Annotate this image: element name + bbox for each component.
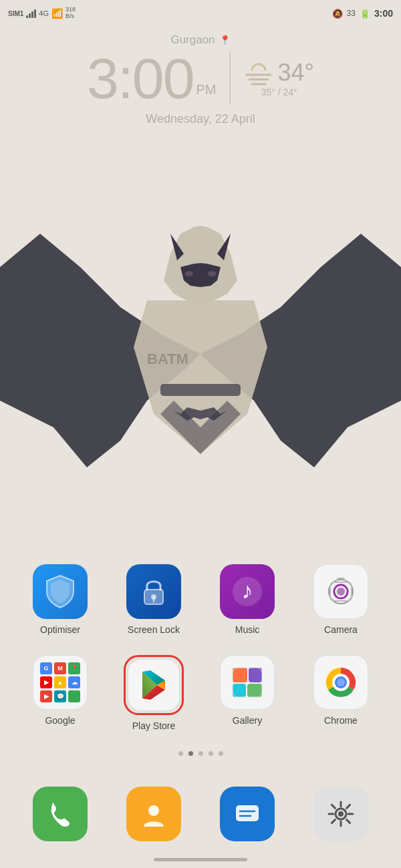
- chrome-svg: [323, 665, 358, 700]
- music-icon[interactable]: ♪: [220, 564, 275, 619]
- svg-point-5: [208, 271, 216, 276]
- svg-rect-23: [247, 684, 262, 697]
- optimiser-label: Optimiser: [40, 624, 80, 635]
- network-type: 4G: [39, 9, 49, 17]
- wifi-icon: 📶: [51, 8, 63, 19]
- location-name: Gurgaon: [170, 33, 215, 47]
- dock-item-messages[interactable]: [220, 787, 275, 841]
- dock-item-phone[interactable]: [33, 787, 88, 841]
- app-item-gallery[interactable]: Gallery: [211, 655, 284, 731]
- svg-point-30: [148, 805, 159, 816]
- time-weather-row: 3:00 PM 34° 35° / 24°: [87, 49, 314, 107]
- status-left: SIM1 4G 📶 318B/s: [8, 7, 76, 20]
- clock-section: Gurgaon 📍 3:00 PM 34° 35° / 24°: [0, 33, 401, 126]
- play-store-label: Play Store: [132, 720, 176, 731]
- svg-text:BATM: BATM: [147, 351, 188, 367]
- svg-rect-20: [233, 668, 247, 682]
- camera-label: Camera: [324, 624, 358, 635]
- settings-icon[interactable]: [313, 787, 368, 841]
- google-label: Google: [45, 715, 75, 726]
- temperature-range: 35° / 24°: [261, 87, 297, 97]
- chrome-icon[interactable]: [313, 655, 368, 710]
- temperature-main: 34°: [277, 59, 313, 87]
- signal-bars-icon: [26, 9, 36, 18]
- app-item-google[interactable]: G M 📍 ▶ ▲ ☁ ▶ 💬 Google: [23, 655, 97, 731]
- app-item-music[interactable]: ♪ Music: [211, 564, 284, 635]
- screen-lock-icon[interactable]: [126, 564, 181, 619]
- svg-line-42: [347, 805, 350, 808]
- dock-item-settings[interactable]: [313, 787, 368, 841]
- batman-svg-art: BATM: [0, 214, 401, 494]
- play-store-icon[interactable]: [128, 659, 180, 711]
- camera-icon[interactable]: [313, 564, 368, 619]
- play-store-highlight: [124, 655, 184, 715]
- music-svg: ♪: [230, 574, 265, 609]
- phone-svg: [45, 799, 76, 829]
- settings-svg: [325, 799, 356, 829]
- home-indicator[interactable]: [154, 858, 247, 861]
- app-item-chrome[interactable]: Chrome: [304, 655, 378, 731]
- location-pin-icon: 📍: [219, 35, 231, 45]
- page-dot-4[interactable]: [209, 751, 213, 756]
- play-store-svg: [137, 668, 170, 702]
- mute-icon: 🔕: [332, 9, 343, 19]
- messages-icon[interactable]: [220, 787, 275, 841]
- battery-label: 33: [347, 9, 356, 18]
- google-grid-icon: G M 📍 ▶ ▲ ☁ ▶ 💬: [36, 658, 84, 706]
- app-row-2: G M 📍 ▶ ▲ ☁ ▶ 💬 Google: [13, 655, 388, 731]
- svg-rect-31: [236, 805, 259, 821]
- screen-lock-label: Screen Lock: [128, 624, 180, 635]
- gallery-label: Gallery: [233, 715, 262, 726]
- svg-text:♪: ♪: [242, 578, 253, 603]
- gallery-icon[interactable]: [220, 655, 275, 710]
- date-display: Wednesday, 22 April: [146, 112, 255, 126]
- phone-icon[interactable]: [33, 787, 88, 841]
- weather-haze-icon: [244, 60, 273, 85]
- carrier-label: SIM1: [8, 10, 23, 17]
- data-speed: 318B/s: [65, 7, 76, 20]
- page-dot-1[interactable]: [178, 751, 183, 756]
- app-grid-section: Optimiser Screen Lock ♪ Music: [0, 564, 401, 775]
- contacts-svg: [138, 799, 169, 829]
- batman-wallpaper: BATM: [0, 214, 401, 494]
- google-icon[interactable]: G M 📍 ▶ ▲ ☁ ▶ 💬: [33, 655, 88, 710]
- messages-svg: [232, 799, 263, 829]
- app-item-optimiser[interactable]: Optimiser: [23, 564, 97, 635]
- contacts-icon[interactable]: [126, 787, 181, 841]
- svg-point-18: [337, 588, 345, 596]
- status-bar: SIM1 4G 📶 318B/s 🔕 33 🔋 3:00: [0, 0, 401, 27]
- app-item-camera[interactable]: Camera: [304, 564, 378, 635]
- app-item-screen-lock[interactable]: Screen Lock: [117, 564, 190, 635]
- location-row: Gurgaon 📍: [170, 33, 230, 47]
- svg-point-4: [185, 271, 193, 276]
- svg-line-41: [347, 820, 350, 823]
- gallery-svg: [230, 665, 265, 700]
- svg-point-29: [337, 678, 345, 686]
- shield-svg: [44, 574, 76, 609]
- clock-ampm: PM: [196, 82, 216, 97]
- app-row-1: Optimiser Screen Lock ♪ Music: [13, 564, 388, 635]
- svg-line-40: [331, 805, 335, 808]
- svg-rect-21: [249, 668, 262, 682]
- lock-svg: [139, 575, 168, 608]
- dock-item-contacts[interactable]: [126, 787, 181, 841]
- dock: [0, 787, 401, 841]
- battery-icon: 🔋: [360, 9, 370, 19]
- page-dot-5[interactable]: [219, 751, 223, 756]
- app-item-play-store[interactable]: Play Store: [117, 655, 190, 731]
- optimiser-icon[interactable]: [33, 564, 88, 619]
- svg-rect-6: [160, 384, 241, 396]
- svg-point-35: [338, 811, 344, 817]
- chrome-label: Chrome: [324, 715, 358, 726]
- status-right: 🔕 33 🔋 3:00: [332, 8, 393, 19]
- weather-info: 34° 35° / 24°: [244, 59, 313, 97]
- svg-line-43: [331, 820, 335, 823]
- music-label: Music: [235, 624, 260, 635]
- time-display: 3:00: [374, 8, 393, 19]
- clock-time: 3:00: [87, 49, 193, 107]
- page-dots: [13, 751, 388, 756]
- camera-svg: [323, 574, 358, 609]
- page-dot-2[interactable]: [188, 751, 193, 756]
- svg-rect-22: [233, 684, 246, 697]
- page-dot-3[interactable]: [198, 751, 203, 756]
